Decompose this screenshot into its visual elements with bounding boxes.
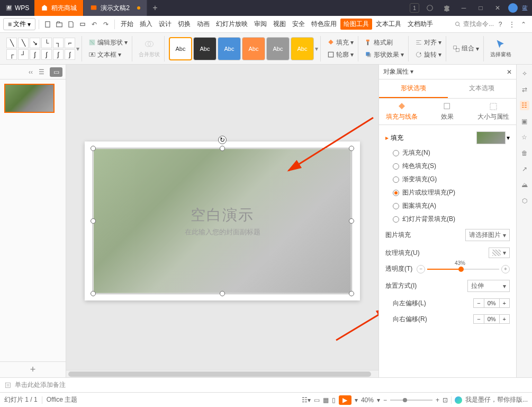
transparency-minus[interactable]: − [417,265,425,273]
shape-options-tab[interactable]: 形状选项 [379,79,448,98]
group-button[interactable]: 组合▾ [450,43,481,54]
style-gallery[interactable]: Abc Abc Abc Abc Abc Abc ▾ [167,36,321,61]
transparency-slider[interactable]: 43% [427,269,499,270]
close-panel-button[interactable]: ✕ [507,68,512,76]
slide[interactable]: 空白演示 在此输入您的封面副标题 ↻ [85,141,360,300]
menu-text-tools[interactable]: 文本工具 [373,20,404,29]
shapes-gallery[interactable]: ╲╲↘└┐⌐ ┌┘∫∫∫∫ ▾ [4,36,82,61]
menu-design[interactable]: 设计 [156,20,174,29]
close-button[interactable]: ✕ [491,2,504,14]
more-icon[interactable]: ⋮ [507,19,517,30]
thumbnail-view-button[interactable]: ▭ [50,67,62,77]
sorter-view-icon[interactable]: ▦ [323,396,329,404]
menu-review[interactable]: 审阅 [251,20,269,29]
rail-shield-icon[interactable]: ⬡ [520,196,529,206]
rotate-button[interactable]: 旋转▾ [413,49,444,60]
avatar[interactable] [508,3,518,13]
menu-transition[interactable]: 切换 [175,20,193,29]
zoom-slider[interactable] [390,400,432,401]
offset-left-stepper[interactable]: −0%+ [473,298,510,308]
minimize-button[interactable]: ─ [457,2,470,14]
ai-avatar[interactable] [455,396,462,404]
rail-new-icon[interactable]: ✧ [520,69,529,78]
fill-section-header[interactable]: ▸填充 ▾ [385,129,510,146]
open-icon[interactable] [54,19,65,30]
fit-button[interactable]: ⊡ [443,396,448,404]
notes-bar[interactable]: 单击此处添加备注 [0,377,532,392]
tab-document[interactable]: 演示文稿2 [84,0,147,16]
menu-special[interactable]: 特色应用 [309,20,339,29]
zoom-value[interactable]: 40% [361,396,374,404]
menu-doc-helper[interactable]: 文档助手 [405,20,436,29]
fill-line-tab[interactable]: 填充与线条 [379,102,425,121]
handle-tr[interactable] [349,146,354,151]
rail-properties-icon[interactable]: ☷ [520,101,529,110]
rail-landscape-icon[interactable]: ⛰ [520,180,529,190]
tab-store[interactable]: 稻壳商城 [34,0,84,16]
fill-button[interactable]: 填充▾ [325,37,356,48]
skin-icon[interactable] [440,2,453,14]
effect-tab[interactable]: 效果 [425,102,470,121]
reading-view-icon[interactable]: ▯ [332,396,336,404]
align-button[interactable]: 对齐▾ [413,37,444,48]
radio-slide-bg-fill[interactable]: 幻灯片背景填充(B) [385,213,510,226]
redo-icon[interactable]: ↷ [101,19,111,30]
textbox-button[interactable]: A文本框▾ [86,49,130,60]
collapse-ribbon-icon[interactable]: ⌃ [518,19,529,30]
rail-star-icon[interactable]: ☆ [520,132,529,142]
outline-view-button[interactable]: ☰ [35,67,48,77]
menu-slideshow[interactable]: 幻灯片放映 [213,20,250,29]
canvas[interactable]: 空白演示 在此输入您的封面副标题 ↻ [66,65,378,377]
save-icon[interactable] [66,19,76,30]
view-menu-icon[interactable]: ☷▾ [302,396,311,404]
radio-pattern-fill[interactable]: 图案填充(A) [385,199,510,213]
handle-bl[interactable] [91,291,96,296]
notification-badge[interactable]: 1 [410,3,419,13]
command-search[interactable]: 查找命令... [455,20,494,29]
collapse-panel-icon[interactable]: ‹‹ [29,68,33,76]
radio-picture-fill[interactable]: 图片或纹理填充(P) [385,186,510,199]
menu-insert[interactable]: 插入 [137,20,155,29]
canvas-scrollbar[interactable] [66,370,378,377]
zoom-in[interactable]: + [436,396,439,404]
size-tab[interactable]: 大小与属性 [471,102,516,121]
placement-combo[interactable]: 拉伸▾ [467,280,510,292]
add-slide-button[interactable]: + [0,361,66,377]
ai-hint[interactable]: 我是墨仔，帮你排版... [465,395,528,404]
handle-mr[interactable] [349,218,354,224]
text-options-tab[interactable]: 文本选项 [448,79,517,98]
radio-no-fill[interactable]: 无填充(N) [385,146,510,160]
slide-thumbnail[interactable] [4,84,55,113]
maximize-button[interactable]: □ [474,2,487,14]
radio-solid-fill[interactable]: 纯色填充(S) [385,160,510,173]
picture-fill-combo[interactable]: 请选择图片▾ [465,229,510,241]
rail-share-icon[interactable]: ↗ [520,164,529,174]
outline-button[interactable]: 轮廓▾ [325,49,356,60]
file-menu[interactable]: ≡ 文件 ▾ [3,18,35,30]
menu-security[interactable]: 安全 [290,20,308,29]
help-icon[interactable]: ? [495,19,506,30]
menu-start[interactable]: 开始 [118,20,136,29]
rotate-handle[interactable]: ↻ [218,136,227,144]
new-icon[interactable] [42,19,53,30]
selection-box[interactable]: ↻ [93,148,352,294]
rail-delete-icon[interactable]: 🗑 [520,148,529,158]
rail-image-icon[interactable]: ▣ [520,117,529,126]
undo-icon[interactable]: ↶ [89,19,100,30]
texture-fill-combo[interactable]: ▾ [489,247,510,258]
fill-preview[interactable] [476,131,506,144]
handle-ml[interactable] [91,218,96,224]
handle-tm[interactable] [220,146,225,151]
sync-icon[interactable] [423,2,436,14]
handle-bm[interactable] [220,291,225,296]
menu-animation[interactable]: 动画 [194,20,212,29]
format-painter-button[interactable]: 格式刷 [363,37,406,48]
zoom-out[interactable]: − [383,396,387,404]
rail-transition-icon[interactable]: ⇄ [520,85,529,94]
menu-view[interactable]: 视图 [270,20,288,29]
select-pane-button[interactable]: 选择窗格 [488,38,513,59]
offset-right-stepper[interactable]: −0%+ [473,314,510,324]
radio-gradient-fill[interactable]: 渐变填充(G) [385,173,510,186]
menu-drawing-tools[interactable]: 绘图工具 [340,19,372,30]
edit-shape-button[interactable]: 编辑形状▾ [86,37,130,48]
